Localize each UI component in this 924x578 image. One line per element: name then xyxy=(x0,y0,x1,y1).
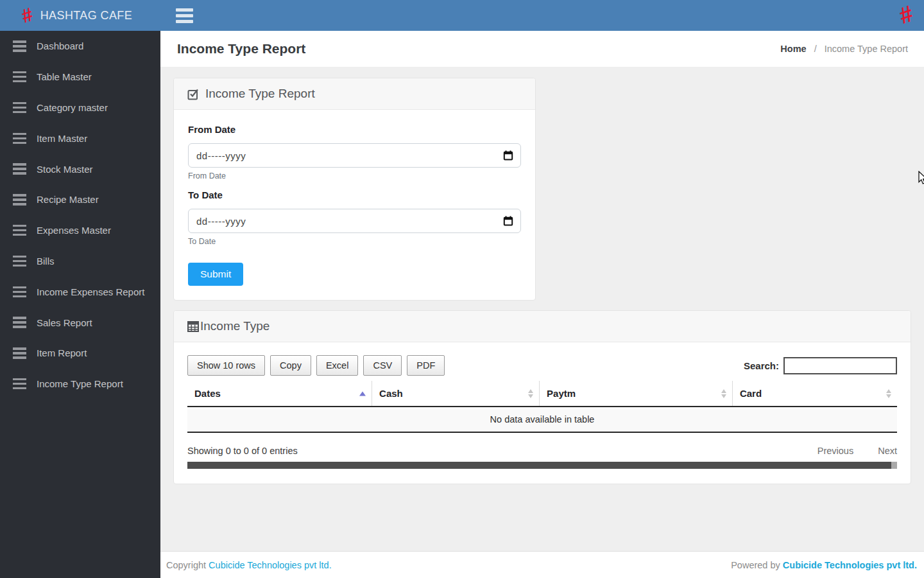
brand-title: HASHTAG CAFE xyxy=(40,9,132,22)
sidebar-toggle-button[interactable] xyxy=(173,3,196,28)
calendar-icon[interactable] xyxy=(503,216,513,226)
sidebar-item-label: Table Master xyxy=(37,71,92,82)
column-label: Dates xyxy=(194,388,221,399)
sidebar-item-bills[interactable]: Bills xyxy=(0,246,160,277)
income-type-table: Dates Cash Paytm xyxy=(187,381,897,433)
menu-lines-icon xyxy=(13,130,26,146)
submit-button[interactable]: Submit xyxy=(188,263,243,286)
search-input[interactable] xyxy=(783,357,897,374)
menu-lines-icon xyxy=(13,284,26,300)
menu-lines-icon xyxy=(13,376,26,392)
income-type-card-header: Income Type xyxy=(174,311,911,342)
column-header-cash[interactable]: Cash xyxy=(372,381,540,407)
sidebar-item-label: Category master xyxy=(37,102,108,113)
sort-asc-icon xyxy=(359,391,366,396)
menu-lines-icon xyxy=(13,69,26,85)
hamburger-icon xyxy=(176,8,193,23)
sidebar-item-label: Stock Master xyxy=(37,164,93,175)
sidebar-item-recipe-master[interactable]: Recipe Master xyxy=(0,184,160,215)
sidebar-item-expenses-master[interactable]: Expenses Master xyxy=(0,215,160,246)
pdf-button[interactable]: PDF xyxy=(407,355,445,376)
column-label: Paytm xyxy=(547,388,576,399)
table-grid-icon xyxy=(187,321,199,332)
show-rows-button[interactable]: Show 10 rows xyxy=(187,355,265,376)
excel-button[interactable]: Excel xyxy=(316,355,358,376)
check-square-icon xyxy=(187,88,200,100)
sidebar-item-stock-master[interactable]: Stock Master xyxy=(0,153,160,184)
breadcrumb: Home / Income Type Report xyxy=(780,44,908,54)
column-header-dates[interactable]: Dates xyxy=(187,381,372,407)
horizontal-scrollbar-thumb[interactable] xyxy=(187,462,891,469)
horizontal-scrollbar-track[interactable] xyxy=(187,462,897,469)
sort-both-icon xyxy=(721,389,726,398)
menu-lines-icon xyxy=(13,253,26,269)
page-title: Income Type Report xyxy=(177,41,305,57)
next-page-button[interactable]: Next xyxy=(878,446,897,456)
sidebar-item-label: Expenses Master xyxy=(37,225,111,236)
income-type-card: Income Type Show 10 rows Copy Excel CSV … xyxy=(173,310,911,484)
content-header: Income Type Report Home / Income Type Re… xyxy=(160,31,924,67)
copy-button[interactable]: Copy xyxy=(270,355,311,376)
footer: Copyright Cubicide Technologies pvt ltd.… xyxy=(160,551,924,578)
powered-prefix: Powered by xyxy=(731,560,783,570)
brand-link[interactable]: # HASHTAG CAFE xyxy=(0,6,160,25)
copyright-prefix: Copyright xyxy=(166,560,209,570)
sidebar-item-label: Sales Report xyxy=(37,317,92,328)
sidebar-item-sales-report[interactable]: Sales Report xyxy=(0,307,160,338)
income-type-card-title: Income Type xyxy=(200,319,270,333)
sidebar-item-item-report[interactable]: Item Report xyxy=(0,338,160,369)
sidebar-item-label: Item Report xyxy=(37,347,87,358)
sidebar-item-table-master[interactable]: Table Master xyxy=(0,62,160,92)
filter-card: Income Type Report From Date From Date xyxy=(173,78,536,301)
sidebar-item-item-master[interactable]: Item Master xyxy=(0,123,160,153)
sidebar-item-category-master[interactable]: Category master xyxy=(0,92,160,123)
table-empty-row: No data available in table xyxy=(187,407,897,432)
topbar: # HASHTAG CAFE # xyxy=(0,0,924,31)
from-date-input[interactable] xyxy=(188,143,521,168)
column-label: Card xyxy=(740,388,762,399)
filter-card-title: Income Type Report xyxy=(205,87,315,101)
hashtag-logo-right-icon: # xyxy=(896,0,916,30)
sort-both-icon xyxy=(528,389,533,398)
from-date-label: From Date xyxy=(188,124,521,135)
to-date-helper: To Date xyxy=(188,237,521,246)
sidebar-item-income-expenses-report[interactable]: Income Expenses Report xyxy=(0,276,160,307)
column-header-card[interactable]: Card xyxy=(732,381,897,407)
menu-lines-icon xyxy=(13,315,26,331)
sidebar-item-label: Item Master xyxy=(37,133,87,144)
footer-copyright: Copyright Cubicide Technologies pvt ltd. xyxy=(166,560,332,570)
sort-both-icon xyxy=(886,389,891,398)
hashtag-logo-icon: # xyxy=(19,4,35,26)
sidebar-item-label: Bills xyxy=(37,256,55,267)
to-date-input[interactable] xyxy=(188,209,521,233)
breadcrumb-home-link[interactable]: Home xyxy=(780,44,806,54)
powered-company-link[interactable]: Cubicide Technologies pvt ltd. xyxy=(783,560,917,570)
sidebar-item-label: Dashboard xyxy=(37,40,83,51)
filter-card-header: Income Type Report xyxy=(174,78,535,110)
previous-page-button[interactable]: Previous xyxy=(817,446,853,456)
breadcrumb-current: Income Type Report xyxy=(825,44,908,54)
sidebar-item-dashboard[interactable]: Dashboard xyxy=(0,31,160,62)
column-header-paytm[interactable]: Paytm xyxy=(540,381,733,407)
sidebar: Dashboard Table Master Category master I… xyxy=(0,31,160,578)
column-label: Cash xyxy=(379,388,403,399)
menu-lines-icon xyxy=(13,346,26,362)
menu-lines-icon xyxy=(13,161,26,177)
to-date-label: To Date xyxy=(188,189,521,200)
menu-lines-icon xyxy=(13,222,26,238)
main-area: Income Type Report Home / Income Type Re… xyxy=(160,31,924,578)
csv-button[interactable]: CSV xyxy=(363,355,402,376)
table-info: Showing 0 to 0 of 0 entries xyxy=(187,446,298,456)
content-body: Income Type Report From Date From Date xyxy=(160,67,924,551)
search-label: Search: xyxy=(744,360,779,371)
sidebar-item-label: Recipe Master xyxy=(37,194,99,205)
copyright-company-link[interactable]: Cubicide Technologies pvt ltd. xyxy=(209,560,332,570)
menu-lines-icon xyxy=(13,39,26,55)
menu-lines-icon xyxy=(13,100,26,116)
calendar-icon[interactable] xyxy=(503,150,513,161)
menu-lines-icon xyxy=(13,192,26,208)
pagination: Previous Next xyxy=(796,446,897,456)
sidebar-item-income-type-report[interactable]: Income Type Report xyxy=(0,369,160,399)
footer-powered: Powered by Cubicide Technologies pvt ltd… xyxy=(731,560,917,570)
datatable-toolbar: Show 10 rows Copy Excel CSV PDF Search: xyxy=(187,355,897,376)
